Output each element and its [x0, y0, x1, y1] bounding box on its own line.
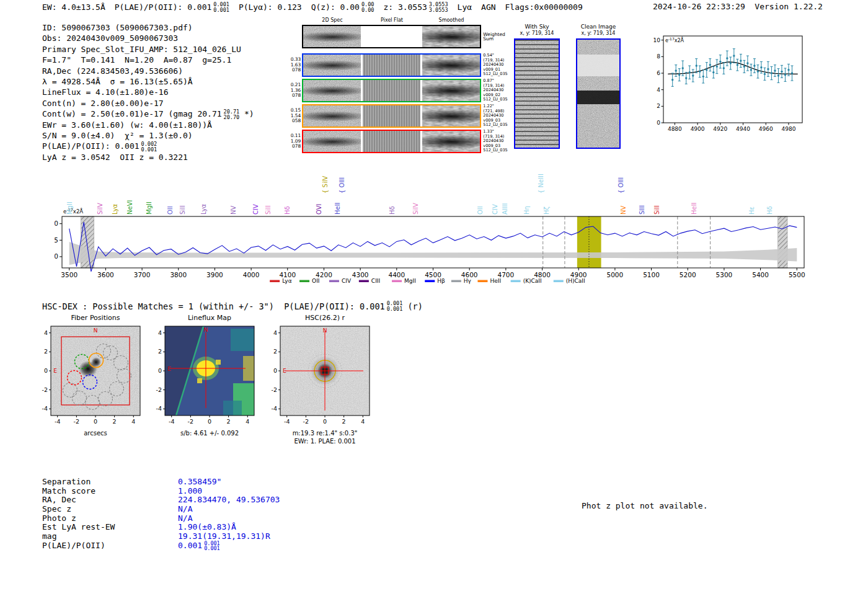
emission-line-label: MgII [146, 202, 153, 215]
fiber-xlabel: arcsecs [35, 429, 145, 437]
svg-text:5100: 5100 [643, 271, 660, 278]
emission-trace [303, 131, 361, 152]
svg-text:4940: 4940 [736, 126, 750, 132]
match-field-value: N/A [178, 514, 192, 523]
svg-text:5200: 5200 [680, 271, 696, 278]
emission-line-label: HeII [691, 202, 698, 215]
fiber-annotation: 1.33"(719, 314)20240430v009_03512_LU_035 [481, 130, 511, 153]
emission-line-label: Hε [748, 207, 755, 215]
z-label: z: 3.0553 [383, 2, 427, 12]
with-sky-panel: With Sky x, y: 719, 314 [514, 24, 560, 149]
classification-label: Lyα [458, 2, 472, 12]
legend-swatch [451, 280, 461, 283]
emission-line-label: { NeIII [538, 174, 544, 193]
fiber-positions-panel: Fiber Positions N E -4-4-2-20 [35, 314, 145, 437]
match-field-value: 1.90(±0.83)Å [178, 523, 236, 532]
emission-line-label: OII [477, 206, 484, 215]
text-line: Cont(n) = 2.80(±0.00)e-17 [42, 98, 254, 109]
data-point [706, 69, 707, 71]
svg-text:4400: 4400 [388, 271, 405, 278]
svg-text:4300: 4300 [352, 271, 369, 278]
svg-text:-2: -2 [303, 418, 309, 425]
legend-swatch [477, 280, 487, 283]
match-table-row: RA, Dec224.834470, 49.536703 [42, 495, 280, 505]
lineflux-map-plot: N E -4-4-2-2002244 [149, 324, 259, 427]
svg-text:-4: -4 [156, 405, 162, 412]
match-field-value: 0.358459" [178, 478, 221, 487]
legend-label: CIV [342, 278, 352, 284]
emission-line-label: { OIII [339, 177, 345, 193]
emission-line-label: Hζ [543, 207, 550, 215]
emission-line-label: NV [230, 206, 237, 215]
legend-swatch [299, 280, 309, 283]
qz-errors: 0.000.00 [361, 2, 374, 12]
spec2d-cell-strip [302, 25, 481, 48]
data-point [737, 64, 738, 66]
emission-line-label: MgII [66, 202, 73, 215]
hsc-image-plot: N E -4-4-2-2002244 [264, 324, 374, 427]
photz-note: Phot z plot not available. [582, 501, 708, 510]
svg-text:4900: 4900 [691, 126, 705, 132]
contw-post: *) [239, 109, 254, 118]
hsc-caption-ew: EWr: 1. PLAE: 0.001 [264, 437, 374, 445]
emission-line-label: SiII [179, 205, 186, 215]
svg-text:5500: 5500 [789, 271, 805, 278]
legend-swatch [270, 280, 280, 283]
emission-trace [422, 131, 480, 152]
svg-text:5300: 5300 [716, 271, 733, 278]
north-label: N [204, 327, 208, 333]
data-point [726, 57, 728, 59]
fiber-weights: 0.151.54058 [288, 104, 302, 128]
plae-pre: P(LAE)/P(OII): 0.001 [42, 141, 140, 151]
summary-header: EW: 4.0±13.5Å P(LAE)/P(OII): 0.0010.0010… [42, 2, 592, 12]
lineflux-caption: s/b: 4.61 +/- 0.092 [149, 429, 259, 437]
svg-text:-4: -4 [272, 405, 277, 412]
text-line: EWr = 3.60(±1.60) (w: 4.00(±1.80))Å [42, 120, 254, 130]
svg-text:10: 10 [653, 37, 661, 43]
svg-text:4: 4 [246, 418, 249, 425]
spec2d-cell-strip [302, 53, 481, 77]
match-table-row: Photo zN/A [42, 514, 280, 523]
data-point [791, 72, 793, 74]
svg-text:10: 10 [55, 220, 58, 227]
svg-text:0: 0 [208, 418, 211, 425]
emission-trace [422, 55, 480, 76]
svg-text:2: 2 [657, 103, 660, 109]
east-label: E [167, 366, 171, 372]
clean-image-image [576, 38, 621, 149]
emission-trace [303, 26, 361, 47]
svg-text:4960: 4960 [759, 126, 773, 132]
emission-trace [422, 26, 480, 47]
match-table-row: Match score1.000 [42, 487, 280, 496]
col-header-smoothed: Smoothed [422, 17, 481, 25]
legend-label: Hβ [437, 278, 445, 284]
svg-text:-2: -2 [156, 386, 162, 393]
fiber-annotation: WeightedSum [481, 25, 511, 48]
data-point [685, 77, 687, 79]
data-point [746, 62, 748, 64]
data-point [777, 74, 779, 76]
fiber-positions-title: Fiber Positions [35, 314, 145, 324]
match-field-value: 224.834470, 49.536703 [178, 495, 280, 505]
data-point [757, 71, 759, 73]
svg-text:-2: -2 [188, 418, 193, 425]
spec2d-montage: 2D Spec Pixel Flat Smoothed WeightedSum0… [288, 17, 511, 155]
smoothed-cell [422, 80, 480, 101]
text-line: S/N = 9.0(±4.0) χ² = 1.3(±0.0) [42, 130, 254, 141]
svg-text:-4: -4 [55, 418, 60, 425]
legend-label: Lyα [282, 278, 292, 284]
fiber-positions-plot: N E -4-4-2-2002244 [35, 324, 145, 427]
svg-text:5400: 5400 [752, 271, 769, 278]
match-field-label: Est LyA rest-EW [42, 523, 178, 532]
text-line: LyA z = 3.0542 OII z = 0.3221 [42, 152, 254, 162]
contw-pre: Cont(w) = 2.50(±0.01)e-17 (gmag 20.71 [42, 109, 222, 118]
spec2d-fiber-row: 0.111.090781.33"(719, 314)20240430v009_0… [288, 130, 511, 153]
svg-text:3600: 3600 [97, 271, 114, 278]
pixel-flat-cell [363, 55, 420, 76]
emission-line-label: SIII [639, 205, 645, 215]
match-field-value: 1.000 [178, 487, 202, 496]
fiber-weights: 0.111.09078 [288, 130, 302, 153]
smoothed-cell [422, 55, 480, 76]
legend-swatch [329, 280, 339, 283]
svg-text:0: 0 [657, 120, 660, 126]
